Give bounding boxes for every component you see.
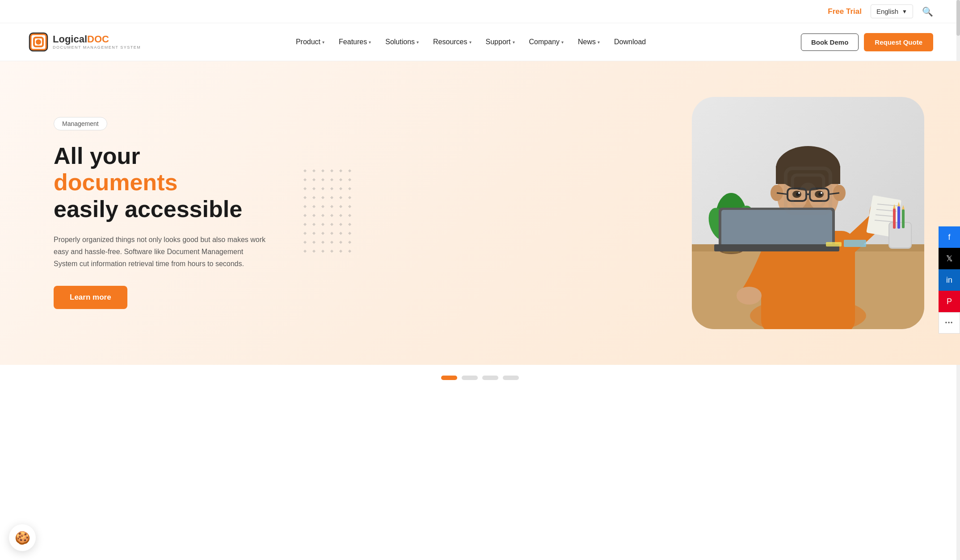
learn-more-button[interactable]: Learn more xyxy=(54,286,127,309)
nav-label-features: Features xyxy=(339,38,367,46)
social-sidebar: f 𝕏 in P ••• xyxy=(939,226,960,334)
nav-label-news: News xyxy=(578,38,596,46)
hero-section: Management All your documents easily acc… xyxy=(0,61,960,365)
carousel-dot-1[interactable] xyxy=(441,376,457,380)
svg-rect-50 xyxy=(844,240,866,247)
carousel-dot-4[interactable] xyxy=(503,376,519,380)
pinterest-icon: P xyxy=(947,297,952,306)
svg-marker-49 xyxy=(902,205,905,209)
logo-icon xyxy=(27,30,50,54)
language-label: English xyxy=(876,8,898,15)
logo-subtitle: DOCUMENT MANAGEMENT SYSTEM xyxy=(53,45,141,50)
free-trial-link[interactable]: Free Trial xyxy=(828,7,862,16)
svg-rect-45 xyxy=(897,206,900,229)
decorative-dots xyxy=(304,170,355,256)
nav-item-resources[interactable]: Resources ▾ xyxy=(427,34,477,50)
nav-item-solutions[interactable]: Solutions ▾ xyxy=(379,34,425,50)
search-button[interactable]: 🔍 xyxy=(922,6,933,17)
hero-image-background xyxy=(692,97,924,329)
chevron-down-icon: ▾ xyxy=(469,40,472,45)
facebook-icon: f xyxy=(948,233,950,242)
nav-label-resources: Resources xyxy=(433,38,467,46)
nav-label-solutions: Solutions xyxy=(385,38,415,46)
svg-rect-46 xyxy=(902,209,905,228)
chevron-down-icon: ▾ xyxy=(369,40,371,45)
nav-label-download: Download xyxy=(614,38,646,46)
linkedin-button[interactable]: in xyxy=(939,269,960,291)
nav-item-features[interactable]: Features ▾ xyxy=(333,34,377,50)
language-selector[interactable]: English ▼ xyxy=(871,4,913,18)
logo-name: LogicalDOC xyxy=(53,34,141,44)
linkedin-icon: in xyxy=(946,276,952,285)
nav-actions: Book Demo Request Quote xyxy=(801,33,933,51)
hero-badge: Management xyxy=(54,117,107,130)
nav-label-company: Company xyxy=(529,38,560,46)
facebook-button[interactable]: f xyxy=(939,226,960,248)
carousel-dot-2[interactable] xyxy=(462,376,478,380)
nav-item-support[interactable]: Support ▾ xyxy=(480,34,521,50)
pinterest-button[interactable]: P xyxy=(939,291,960,312)
svg-point-32 xyxy=(737,287,762,305)
search-icon: 🔍 xyxy=(922,7,933,17)
chevron-down-icon: ▾ xyxy=(322,40,324,45)
svg-rect-41 xyxy=(714,244,839,251)
nav-label-product: Product xyxy=(296,38,320,46)
main-nav: LogicalDOC DOCUMENT MANAGEMENT SYSTEM Pr… xyxy=(27,23,933,61)
svg-rect-44 xyxy=(893,209,896,229)
logo[interactable]: LogicalDOC DOCUMENT MANAGEMENT SYSTEM xyxy=(27,30,141,54)
more-social-button[interactable]: ••• xyxy=(939,312,960,334)
chevron-down-icon: ▾ xyxy=(513,40,515,45)
nav-item-product[interactable]: Product ▾ xyxy=(290,34,331,50)
top-bar: Free Trial English ▼ 🔍 xyxy=(0,0,960,23)
nav-label-support: Support xyxy=(486,38,511,46)
svg-point-30 xyxy=(798,192,800,194)
carousel-dots xyxy=(0,365,960,387)
chevron-down-icon: ▾ xyxy=(598,40,600,45)
person-illustration xyxy=(692,97,924,329)
svg-point-3 xyxy=(36,39,41,45)
hero-title: All your documents easily accessible xyxy=(54,143,268,223)
svg-point-31 xyxy=(821,192,822,194)
nav-wrapper: LogicalDOC DOCUMENT MANAGEMENT SYSTEM Pr… xyxy=(0,23,960,61)
nav-item-news[interactable]: News ▾ xyxy=(572,34,606,50)
scrollbar-thumb[interactable] xyxy=(956,0,960,36)
nav-item-download[interactable]: Download xyxy=(608,34,652,50)
hero-description: Properly organized things not only looks… xyxy=(54,234,268,270)
logo-text: LogicalDOC DOCUMENT MANAGEMENT SYSTEM xyxy=(53,34,141,50)
nav-links: Product ▾ Features ▾ Solutions ▾ Resourc… xyxy=(290,34,652,50)
request-quote-button[interactable]: Request Quote xyxy=(864,33,933,51)
chevron-down-icon: ▼ xyxy=(902,8,907,15)
carousel-dot-3[interactable] xyxy=(482,376,498,380)
chevron-down-icon: ▾ xyxy=(417,40,419,45)
twitter-button[interactable]: 𝕏 xyxy=(939,248,960,269)
twitter-icon: 𝕏 xyxy=(946,254,953,263)
hero-image xyxy=(692,97,924,329)
svg-rect-51 xyxy=(826,242,842,247)
nav-item-company[interactable]: Company ▾ xyxy=(523,34,570,50)
chevron-down-icon: ▾ xyxy=(561,40,564,45)
book-demo-button[interactable]: Book Demo xyxy=(801,33,859,51)
hero-content: Management All your documents easily acc… xyxy=(0,117,268,309)
svg-point-54 xyxy=(800,183,816,199)
svg-rect-40 xyxy=(721,210,832,247)
